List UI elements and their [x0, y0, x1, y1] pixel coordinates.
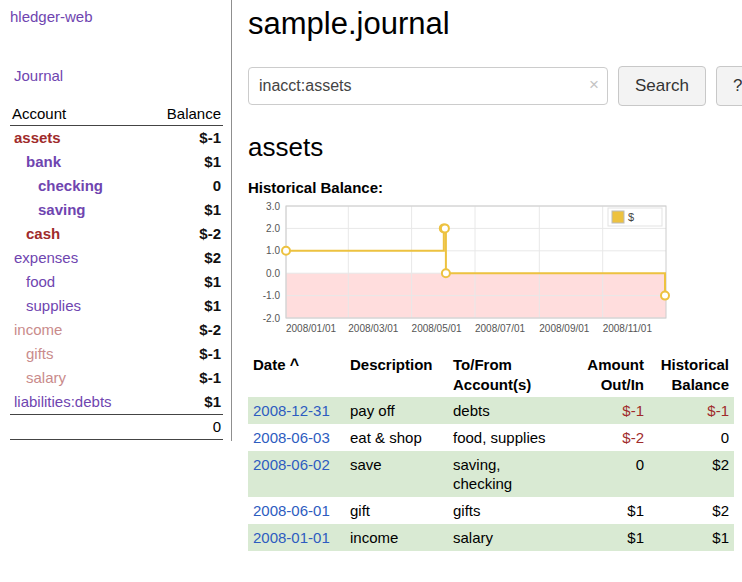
transaction-description: eat & shop — [345, 424, 448, 451]
help-button[interactable]: ? — [716, 66, 742, 106]
transaction-date-cell: 2008-06-01 — [248, 497, 345, 524]
search-button[interactable]: Search — [618, 66, 706, 106]
transaction-accounts: gifts — [448, 497, 579, 524]
accounts-total-spacer — [10, 415, 146, 440]
account-link[interactable]: saving — [38, 201, 86, 218]
register-row: 2008-06-02savesaving, checking0$2 — [248, 451, 734, 497]
account-link[interactable]: expenses — [14, 249, 78, 266]
account-name-cell: expenses — [10, 246, 146, 270]
account-row: checking0 — [10, 174, 223, 198]
transaction-date-link[interactable]: 2008-01-01 — [253, 529, 330, 546]
account-balance: $-1 — [146, 342, 223, 366]
transaction-amount: $1 — [579, 524, 649, 551]
account-link[interactable]: assets — [14, 129, 61, 146]
transaction-balance: $-1 — [649, 397, 734, 424]
transaction-date-link[interactable]: 2008-12-31 — [253, 402, 330, 419]
chart-point — [661, 292, 669, 300]
account-row: assets$-1 — [10, 126, 223, 151]
register-table: Date ^ Description To/From Account(s) Am… — [248, 353, 734, 551]
account-link[interactable]: food — [26, 273, 55, 290]
transaction-date-link[interactable]: 2008-06-03 — [253, 429, 330, 446]
account-row: salary$-1 — [10, 366, 223, 390]
account-balance: $1 — [146, 270, 223, 294]
svg-text:0.0: 0.0 — [266, 268, 280, 279]
transaction-date-link[interactable]: 2008-06-01 — [253, 502, 330, 519]
svg-text:2.0: 2.0 — [266, 223, 280, 234]
register-header-date[interactable]: Date ^ — [248, 353, 345, 397]
account-name-cell: gifts — [10, 342, 146, 366]
svg-text:-2.0: -2.0 — [263, 313, 281, 324]
account-balance: $1 — [146, 390, 223, 415]
transaction-description: pay off — [345, 397, 448, 424]
account-name-cell: income — [10, 318, 146, 342]
account-link[interactable]: income — [14, 321, 62, 338]
accounts-total-value: 0 — [146, 415, 223, 440]
search-row: × Search ? — [248, 66, 742, 106]
chart-legend: $ — [608, 208, 662, 226]
sidebar-item-journal[interactable]: Journal — [14, 67, 63, 84]
account-link[interactable]: liabilities:debts — [14, 393, 112, 410]
register-row: 2008-06-01giftgifts$1$2 — [248, 497, 734, 524]
account-balance: $-1 — [146, 366, 223, 390]
account-link[interactable]: bank — [26, 153, 61, 170]
app-title-link[interactable]: hledger-web — [10, 8, 93, 25]
sort-ascending-icon: ^ — [290, 356, 300, 373]
account-name-cell: saving — [10, 198, 146, 222]
account-row: expenses$2 — [10, 246, 223, 270]
app-root: hledger-web Journal Account Balance asse… — [0, 0, 742, 551]
transaction-date-link[interactable]: 2008-06-02 — [253, 456, 330, 473]
account-balance: 0 — [146, 174, 223, 198]
account-balance: $-2 — [146, 222, 223, 246]
transaction-accounts: saving, checking — [448, 451, 579, 497]
account-name-cell: liabilities:debts — [10, 390, 146, 415]
svg-text:-1.0: -1.0 — [263, 290, 281, 301]
accounts-table: Account Balance assets$-1bank$1checking0… — [10, 102, 223, 440]
transaction-accounts: food, supplies — [448, 424, 579, 451]
page-title: sample.journal — [248, 6, 742, 42]
balance-chart: 3.02.01.00.0-1.0-2.02008/01/012008/03/01… — [248, 200, 742, 343]
account-row: supplies$1 — [10, 294, 223, 318]
main-content: sample.journal × Search ? assets Histori… — [232, 0, 742, 551]
account-row: gifts$-1 — [10, 342, 223, 366]
sidebar: hledger-web Journal Account Balance asse… — [0, 0, 232, 441]
account-row: cash$-2 — [10, 222, 223, 246]
accounts-header-balance: Balance — [146, 102, 223, 126]
svg-text:2008/01/01: 2008/01/01 — [286, 323, 336, 334]
account-name-cell: checking — [10, 174, 146, 198]
account-link[interactable]: salary — [26, 369, 66, 386]
register-header-accounts: To/From Account(s) — [448, 353, 579, 397]
legend-swatch — [612, 211, 624, 223]
chart-point — [441, 224, 449, 232]
account-row: liabilities:debts$1 — [10, 390, 223, 415]
account-name-cell: salary — [10, 366, 146, 390]
transaction-amount: 0 — [579, 451, 649, 497]
svg-text:2008/09/01: 2008/09/01 — [539, 323, 589, 334]
transaction-date-cell: 2008-06-03 — [248, 424, 345, 451]
legend-label: $ — [628, 211, 634, 223]
search-input[interactable] — [248, 67, 608, 105]
account-link[interactable]: cash — [26, 225, 60, 242]
account-row: bank$1 — [10, 150, 223, 174]
account-link[interactable]: supplies — [26, 297, 81, 314]
transaction-description: save — [345, 451, 448, 497]
clear-search-icon[interactable]: × — [589, 76, 599, 93]
account-link[interactable]: checking — [38, 177, 103, 194]
chart-point — [442, 269, 450, 277]
account-name-cell: bank — [10, 150, 146, 174]
chart-svg: 3.02.01.00.0-1.0-2.02008/01/012008/03/01… — [248, 200, 672, 340]
account-row: saving$1 — [10, 198, 223, 222]
transaction-date-cell: 2008-06-02 — [248, 451, 345, 497]
transaction-accounts: salary — [448, 524, 579, 551]
transaction-date-cell: 2008-01-01 — [248, 524, 345, 551]
transaction-balance: $2 — [649, 497, 734, 524]
account-balance: $1 — [146, 198, 223, 222]
register-header-balance: Historical Balance — [649, 353, 734, 397]
account-link[interactable]: gifts — [26, 345, 54, 362]
account-name-cell: cash — [10, 222, 146, 246]
account-name-cell: supplies — [10, 294, 146, 318]
account-balance: $-2 — [146, 318, 223, 342]
transaction-description: gift — [345, 497, 448, 524]
transaction-amount: $1 — [579, 497, 649, 524]
account-row: food$1 — [10, 270, 223, 294]
transaction-balance: $2 — [649, 451, 734, 497]
